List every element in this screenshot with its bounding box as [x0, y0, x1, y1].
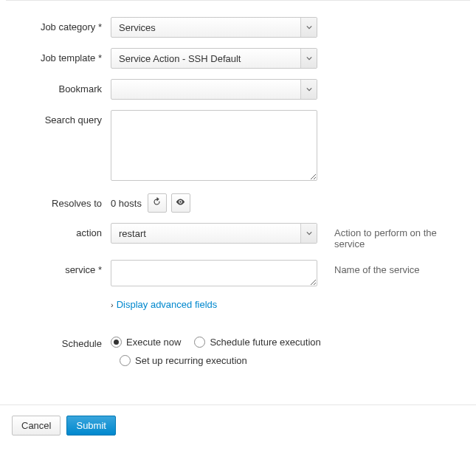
radio-icon [111, 337, 122, 348]
chevron-down-icon [300, 49, 317, 68]
row-bookmark: Bookmark [7, 79, 469, 100]
chevron-down-icon [300, 80, 317, 99]
chevron-down-icon [300, 18, 317, 37]
radio-label-now: Execute now [126, 337, 181, 348]
row-resolves-to: Resolves to 0 hosts [7, 193, 469, 213]
schedule-execute-now-radio[interactable]: Execute now [111, 337, 181, 348]
cancel-button[interactable]: Cancel [12, 416, 61, 435]
job-form: Job category * Services Job template * S… [0, 1, 476, 404]
row-action: action restart Action to perform on the … [7, 223, 469, 249]
label-bookmark: Bookmark [7, 79, 111, 94]
bookmark-select[interactable] [111, 79, 317, 100]
radio-icon [120, 355, 131, 366]
resolves-to-count: 0 hosts [111, 198, 142, 209]
action-select[interactable]: restart [111, 223, 317, 244]
help-action: Action to perform on the service [321, 223, 469, 249]
advanced-link-text: Display advanced fields [117, 299, 218, 310]
radio-icon [194, 337, 205, 348]
job-category-select[interactable]: Services [111, 17, 317, 38]
action-value: restart [111, 228, 300, 239]
label-action: action [7, 223, 111, 238]
search-query-input[interactable] [111, 110, 317, 181]
job-template-value: Service Action - SSH Default [111, 53, 300, 64]
row-schedule: Schedule Execute now Schedule future exe… [7, 334, 469, 366]
label-job-category: Job category * [7, 17, 111, 32]
job-template-select[interactable]: Service Action - SSH Default [111, 48, 317, 69]
refresh-button[interactable] [148, 193, 167, 213]
schedule-future-radio[interactable]: Schedule future execution [194, 337, 320, 348]
radio-label-future: Schedule future execution [210, 337, 320, 348]
preview-button[interactable] [171, 193, 190, 213]
form-footer: Cancel Submit [0, 404, 476, 450]
radio-label-recurring: Set up recurring execution [135, 355, 247, 366]
eye-icon [176, 197, 185, 209]
row-job-category: Job category * Services [7, 17, 469, 38]
display-advanced-fields-link[interactable]: › Display advanced fields [111, 299, 321, 310]
row-advanced-toggle: › Display advanced fields [7, 299, 469, 310]
label-service: service * [7, 260, 111, 275]
label-job-template: Job template * [7, 48, 111, 63]
label-resolves-to: Resolves to [7, 193, 111, 209]
chevron-right-icon: › [111, 300, 114, 309]
schedule-recurring-radio[interactable]: Set up recurring execution [120, 355, 247, 366]
row-job-template: Job template * Service Action - SSH Defa… [7, 48, 469, 69]
help-service: Name of the service [321, 260, 469, 275]
refresh-icon [152, 197, 162, 209]
label-search-query: Search query [7, 110, 111, 125]
row-service: service * Name of the service [7, 260, 469, 289]
chevron-down-icon [300, 224, 317, 243]
row-search-query: Search query [7, 110, 469, 183]
job-category-value: Services [111, 22, 300, 33]
submit-button[interactable]: Submit [66, 416, 115, 435]
label-schedule: Schedule [7, 334, 111, 349]
service-input[interactable] [111, 260, 317, 286]
